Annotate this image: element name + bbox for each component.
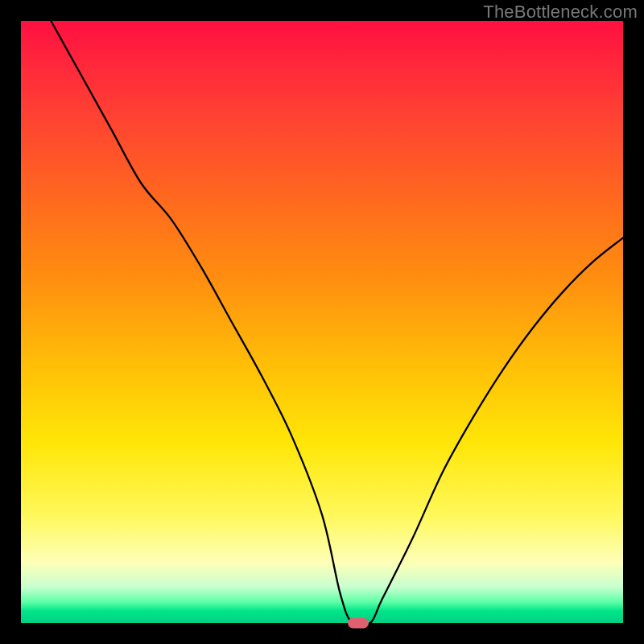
watermark-text: TheBottleneck.com xyxy=(483,2,638,23)
chart-frame: TheBottleneck.com xyxy=(0,0,644,644)
optimal-marker xyxy=(348,618,369,629)
bottleneck-curve xyxy=(21,21,623,623)
plot-area xyxy=(21,21,623,623)
